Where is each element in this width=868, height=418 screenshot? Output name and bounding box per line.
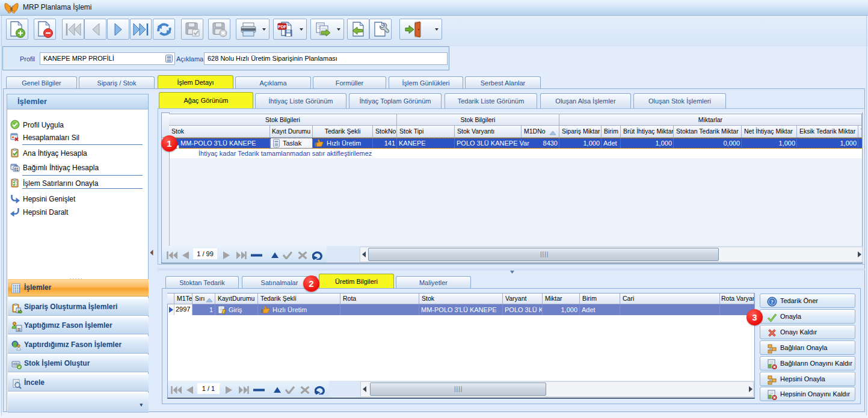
- svg-text:01: 01: [14, 167, 19, 171]
- svg-text:PDF: PDF: [278, 25, 287, 29]
- svg-text:?: ?: [771, 299, 774, 305]
